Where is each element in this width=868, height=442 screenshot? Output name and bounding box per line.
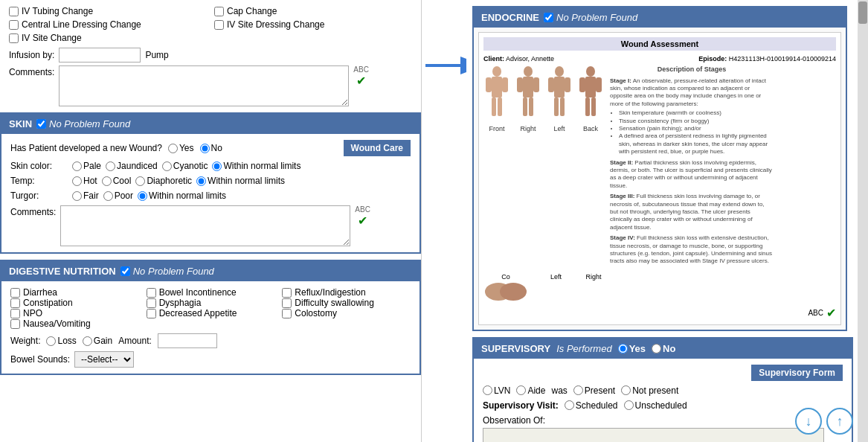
skin-jaundiced[interactable]: Jaundiced xyxy=(106,161,158,171)
supervisory-yes-radio[interactable] xyxy=(618,344,628,353)
aide-radio[interactable] xyxy=(516,385,526,395)
turgor-normal[interactable]: Within normal limits xyxy=(138,190,226,201)
not-present-option[interactable]: Not present xyxy=(621,385,678,396)
constipation-checkbox[interactable] xyxy=(10,298,20,308)
skin-pale-radio[interactable] xyxy=(72,161,82,171)
turgor-fair-radio[interactable] xyxy=(72,191,82,201)
reflux-item[interactable]: Reflux/Indigestion xyxy=(282,287,411,298)
nausea-item[interactable]: Nausea/Vomiting xyxy=(10,318,139,329)
skin-jaundiced-label: Jaundiced xyxy=(117,161,158,171)
temp-hot-radio[interactable] xyxy=(72,176,82,186)
infusion-input[interactable] xyxy=(59,48,141,63)
central-line-dressing[interactable]: Central Line Dressing Change xyxy=(9,19,207,30)
iv-site-change-checkbox[interactable] xyxy=(9,33,19,43)
central-line-checkbox[interactable] xyxy=(9,20,19,30)
skin-comments-textarea[interactable] xyxy=(60,205,350,246)
iv-site-dressing[interactable]: IV Site Dressing Change xyxy=(214,19,412,30)
digestive-col1: Diarrhea Constipation NPO Nausea/Vo xyxy=(10,287,139,329)
lvn-radio[interactable] xyxy=(483,385,492,395)
wound-care-button[interactable]: Wound Care xyxy=(344,140,411,156)
temp-cool[interactable]: Cool xyxy=(102,176,132,186)
nausea-checkbox[interactable] xyxy=(10,319,20,329)
npo-item[interactable]: NPO xyxy=(10,308,139,318)
figure-back-label: Back xyxy=(583,125,598,132)
wound-spell-check-icon[interactable]: ✔ xyxy=(826,306,836,320)
endocrine-no-problem-checkbox[interactable] xyxy=(544,13,553,22)
skin-cyanotic[interactable]: Cyanotic xyxy=(162,161,208,171)
diarrhea-item[interactable]: Diarrhea xyxy=(10,287,139,298)
iv-site-dressing-checkbox[interactable] xyxy=(214,20,224,30)
has-wound-no[interactable]: No xyxy=(200,143,222,153)
observation-textarea[interactable] xyxy=(483,428,824,442)
iv-tubing-checkbox[interactable] xyxy=(9,7,19,16)
skin-normal[interactable]: Within normal limits xyxy=(212,161,300,171)
right-scrollbar[interactable] xyxy=(858,0,868,442)
turgor-poor[interactable]: Poor xyxy=(103,190,133,201)
skin-pale[interactable]: Pale xyxy=(72,161,101,171)
present-radio[interactable] xyxy=(573,385,583,395)
skin-jaundiced-radio[interactable] xyxy=(106,161,115,171)
aide-option[interactable]: Aide xyxy=(516,385,545,396)
cap-change[interactable]: Cap Change xyxy=(214,6,412,16)
skin-spell-check-icon[interactable]: ✔ xyxy=(358,214,367,228)
turgor-normal-radio[interactable] xyxy=(138,191,147,201)
constipation-item[interactable]: Constipation xyxy=(10,298,139,308)
unscheduled-radio[interactable] xyxy=(624,400,634,410)
bowel-sounds-select[interactable]: --Select-- xyxy=(74,351,134,368)
not-present-radio[interactable] xyxy=(621,385,631,395)
supervisory-no[interactable]: No xyxy=(652,343,675,354)
difficulty-swallowing-item[interactable]: Difficulty swallowing xyxy=(282,298,411,308)
not-present-label: Not present xyxy=(632,385,678,396)
supervisory-form-button[interactable]: Supervisory Form xyxy=(751,365,843,381)
temp-normal-radio[interactable] xyxy=(196,176,206,186)
skin-cyanotic-radio[interactable] xyxy=(162,161,172,171)
decreased-appetite-checkbox[interactable] xyxy=(147,309,156,318)
supervisory-yes[interactable]: Yes xyxy=(618,343,646,354)
has-wound-yes[interactable]: Yes xyxy=(168,143,194,153)
present-option[interactable]: Present xyxy=(573,385,615,396)
npo-checkbox[interactable] xyxy=(10,309,20,318)
difficulty-swallowing-checkbox[interactable] xyxy=(282,298,292,308)
skin-normal-radio[interactable] xyxy=(212,161,222,171)
weight-gain[interactable]: Gain xyxy=(83,336,112,346)
temp-diaphoretic-radio[interactable] xyxy=(135,176,145,186)
digestive-no-problem-checkbox[interactable] xyxy=(120,266,130,276)
scheduled-radio[interactable] xyxy=(565,400,574,410)
amount-input[interactable] xyxy=(158,333,217,348)
diarrhea-checkbox[interactable] xyxy=(10,288,20,298)
has-wound-no-radio[interactable] xyxy=(200,144,210,153)
weight-loss-radio[interactable] xyxy=(46,336,56,346)
colostomy-item[interactable]: Colostomy xyxy=(282,308,411,318)
bowel-incontinence-item[interactable]: Bowel Incontinence xyxy=(147,287,275,298)
skin-abc-text: ABC xyxy=(355,205,370,214)
weight-loss[interactable]: Loss xyxy=(46,336,76,346)
iv-site-change[interactable]: IV Site Change xyxy=(9,33,207,43)
turgor-fair[interactable]: Fair xyxy=(72,190,99,201)
weight-gain-radio[interactable] xyxy=(83,336,92,346)
iv-tubing-change[interactable]: IV Tubing Change xyxy=(9,6,207,16)
lvn-option[interactable]: LVN xyxy=(483,385,510,396)
supervisory-no-radio[interactable] xyxy=(652,344,661,353)
reflux-checkbox[interactable] xyxy=(282,288,292,298)
scroll-up-button[interactable]: ↑ xyxy=(826,408,853,435)
decreased-appetite-item[interactable]: Decreased Appetite xyxy=(147,308,275,318)
temp-diaphoretic[interactable]: Diaphoretic xyxy=(135,176,192,186)
temp-hot[interactable]: Hot xyxy=(72,176,97,186)
temp-normal[interactable]: Within normal limits xyxy=(196,176,285,186)
iv-comments-textarea[interactable] xyxy=(59,65,349,106)
svg-rect-17 xyxy=(565,77,570,92)
turgor-poor-radio[interactable] xyxy=(103,191,113,201)
svg-rect-7 xyxy=(498,97,502,116)
spell-check-icon[interactable]: ✔ xyxy=(356,74,366,88)
unscheduled-option[interactable]: Unscheduled xyxy=(624,400,687,411)
bowel-incontinence-checkbox[interactable] xyxy=(147,288,156,298)
temp-cool-radio[interactable] xyxy=(102,176,112,186)
skin-no-problem-checkbox[interactable] xyxy=(36,119,46,129)
dysphagia-checkbox[interactable] xyxy=(147,298,156,308)
colostomy-checkbox[interactable] xyxy=(282,309,292,318)
scroll-down-button[interactable]: ↓ xyxy=(795,408,822,435)
cap-change-checkbox[interactable] xyxy=(214,7,224,16)
scheduled-option[interactable]: Scheduled xyxy=(565,400,618,411)
dysphagia-item[interactable]: Dysphagia xyxy=(147,298,275,308)
has-wound-yes-radio[interactable] xyxy=(168,144,178,153)
